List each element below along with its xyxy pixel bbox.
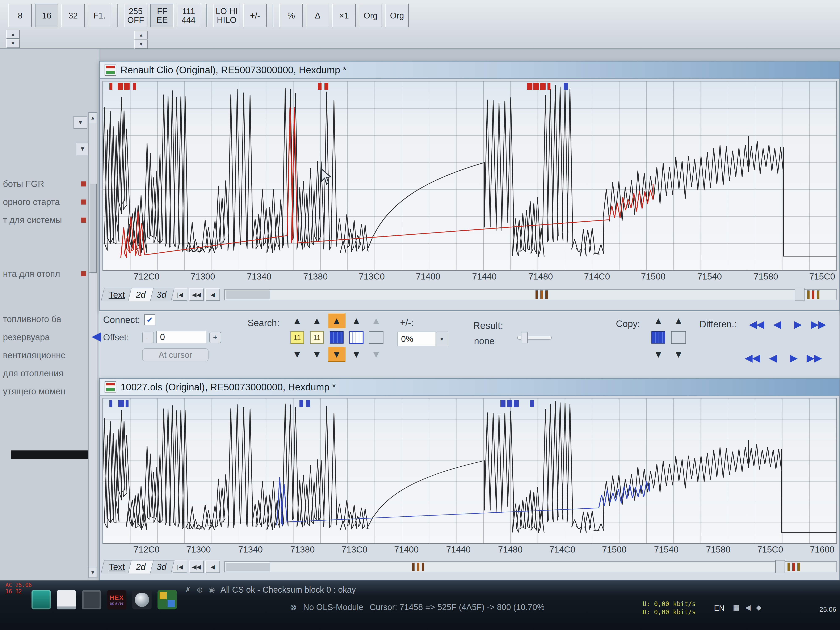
taskbar-app-icon-monitor[interactable]	[32, 590, 51, 609]
taskbar-app-icon-hex[interactable]: HEX up a res	[107, 590, 126, 609]
diff-prev-button[interactable]: ◀	[768, 317, 786, 332]
taskbar-app-icon-grid[interactable]	[158, 590, 177, 609]
scrollbar-thumb[interactable]	[225, 562, 270, 572]
diff-fast-prev-button-2[interactable]: ◀◀	[743, 351, 762, 365]
toolbar-button-111444[interactable]: 111 444	[177, 4, 201, 27]
sidebar-item[interactable]: нта для отопл	[3, 265, 86, 283]
nav-prev-button[interactable]: ◀	[205, 288, 220, 301]
nav-first-button[interactable]: |◀	[173, 561, 187, 573]
diff-fast-next-button[interactable]: ▶▶	[809, 317, 827, 332]
offset-minus-button[interactable]: -	[142, 332, 154, 343]
search-up-button-1[interactable]: ▲	[288, 313, 306, 328]
toolbar-button-[interactable]: %	[279, 4, 303, 27]
diff-fast-prev-button[interactable]: ◀◀	[747, 317, 766, 332]
search-table-button[interactable]	[367, 330, 385, 345]
search-down-button-4[interactable]: ▼	[347, 347, 365, 362]
sidebar-item[interactable]: т для системы	[3, 211, 86, 229]
scroll-down-button[interactable]: ▼	[88, 567, 97, 578]
diff-next-button[interactable]: ▶	[789, 317, 807, 332]
horizontal-scrollbar[interactable]	[224, 561, 837, 572]
search-down-button-active[interactable]: ▼	[328, 347, 346, 362]
nav-prev-button[interactable]: ◀	[205, 561, 220, 573]
toolbar-button-255off[interactable]: 255 OFF	[124, 4, 147, 27]
toolbar-button-org[interactable]: Org	[359, 4, 382, 27]
copy-up-button-1[interactable]: ▲	[649, 313, 667, 328]
diff-next-button-2[interactable]: ▶	[784, 351, 803, 365]
toolbar-button-f1[interactable]: F1.	[88, 4, 111, 27]
search-up-button-2[interactable]: ▲	[308, 313, 326, 328]
connect-checkbox[interactable]: ✔	[144, 314, 155, 325]
nav-first-button[interactable]: |◀	[173, 288, 187, 301]
graph-area[interactable]	[103, 398, 837, 544]
taskbar-app-icon-disc[interactable]	[132, 590, 152, 609]
tray-misc-icon[interactable]: ◆	[756, 603, 761, 611]
scrollbar-handle[interactable]	[795, 288, 805, 301]
at-cursor-button[interactable]: At cursor	[142, 348, 208, 362]
search-up-button-active[interactable]: ▲	[328, 313, 346, 328]
copy-table-button[interactable]	[670, 330, 687, 345]
toolbar-button-lohihilo[interactable]: LO HI HILO	[213, 4, 240, 27]
search-up-button-5[interactable]: ▲	[367, 313, 385, 328]
taskbar-app-icon-document[interactable]	[57, 590, 76, 609]
search-down-button-5[interactable]: ▼	[367, 347, 385, 362]
copy-up-button-2[interactable]: ▲	[670, 313, 687, 328]
sidebar-item[interactable]: вентиляционнс	[3, 346, 86, 364]
diff-fast-next-button-2[interactable]: ▶▶	[805, 351, 823, 365]
toolbar-button-[interactable]: +/-	[243, 4, 267, 27]
copy-down-button-2[interactable]: ▼	[670, 347, 687, 362]
scroll-up-button[interactable]: ▲	[88, 112, 97, 123]
language-indicator[interactable]: EN	[714, 604, 725, 613]
copy-down-button-1[interactable]: ▼	[649, 347, 667, 362]
search-down-button-1[interactable]: ▼	[288, 347, 306, 362]
sidebar-item[interactable]: резервуара	[3, 328, 86, 346]
search-up-button-4[interactable]: ▲	[347, 313, 365, 328]
toolbar-button-ffee[interactable]: FF EE	[150, 4, 174, 27]
titlebar[interactable]: 10027.ols (Original), RE50073000000, Hex…	[100, 379, 839, 396]
search-value-badge-1[interactable]: 11	[291, 331, 304, 344]
spin-up-button[interactable]: ▲	[6, 30, 20, 39]
titlebar[interactable]: Renault Clio (Original), RE50073000000, …	[100, 62, 839, 79]
offset-plus-button[interactable]: +	[209, 332, 221, 343]
sidebar-item[interactable]: утящего момен	[3, 382, 86, 401]
keyboard-icon[interactable]: ▦	[733, 603, 740, 611]
sidebar-item[interactable]: для отопления	[3, 364, 86, 382]
clock[interactable]: 25.06	[819, 606, 836, 613]
graph-area[interactable]	[103, 81, 837, 271]
scrollbar-handle[interactable]	[775, 560, 785, 573]
tab-2d[interactable]: 2d	[128, 560, 154, 573]
toolbar-button-[interactable]: Δ	[306, 4, 329, 27]
tab-text[interactable]: Text	[101, 288, 133, 302]
scrollbar-thumb[interactable]	[89, 184, 96, 273]
copy-map-2d-button[interactable]	[649, 330, 667, 345]
panel-collapse-arrow[interactable]: ◀	[92, 329, 101, 343]
sidebar-item[interactable]: топливного ба	[3, 310, 86, 328]
percent-combobox[interactable]: 0% ▼	[398, 332, 448, 346]
sidebar-scrollbar[interactable]: ▲ ▼	[88, 112, 98, 578]
toolbar-button-8[interactable]: 8	[8, 4, 32, 27]
result-slider[interactable]	[517, 336, 552, 339]
toolbar-button-16[interactable]: 16	[35, 4, 58, 27]
dropdown-arrow-icon[interactable]: ▼	[436, 332, 448, 346]
sidebar-dropdown-1[interactable]: ▼	[74, 116, 87, 129]
offset-input[interactable]	[156, 331, 207, 343]
hide-icons-icon[interactable]: ◀	[745, 603, 750, 611]
slider-thumb[interactable]	[521, 332, 528, 343]
sidebar-dropdown-2[interactable]: ▼	[76, 142, 90, 155]
search-value-badge-2[interactable]: 11	[310, 331, 324, 344]
nav-rewind-button[interactable]: ◀◀	[189, 561, 204, 573]
spin-down-button[interactable]: ▼	[6, 39, 20, 48]
spin-up-button[interactable]: ▲	[134, 31, 148, 39]
toolbar-button-32[interactable]: 32	[61, 4, 85, 27]
toolbar-button-1[interactable]: ×1	[332, 4, 356, 27]
search-map-outline-button[interactable]	[347, 330, 365, 345]
tab-2d[interactable]: 2d	[128, 288, 154, 302]
scrollbar-thumb[interactable]	[225, 290, 270, 299]
sidebar-item[interactable]: боты FGR	[3, 175, 86, 193]
diff-prev-button-2[interactable]: ◀	[764, 351, 782, 365]
spin-down-button[interactable]: ▼	[134, 40, 148, 49]
taskbar-app-icon-app[interactable]	[82, 590, 101, 609]
tab-text[interactable]: Text	[101, 560, 133, 573]
sidebar-item[interactable]: орного старта	[3, 193, 86, 211]
horizontal-scrollbar[interactable]	[224, 289, 837, 300]
search-map-2d-button[interactable]	[328, 330, 346, 345]
